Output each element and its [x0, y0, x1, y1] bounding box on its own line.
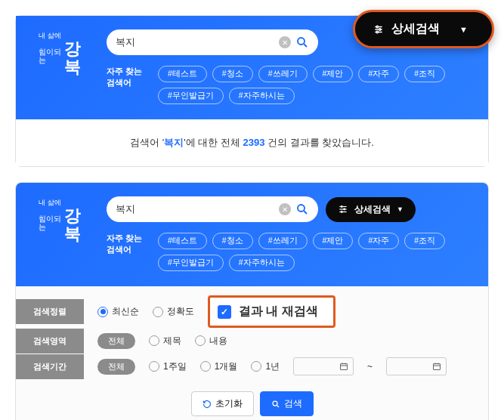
tag-item[interactable]: #청소: [212, 66, 253, 82]
tag-item[interactable]: #쓰레기: [258, 66, 308, 82]
advanced-search-button-2[interactable]: 상세검색 ▼: [326, 197, 416, 222]
advanced-search-callout[interactable]: 상세검색 ▼: [353, 10, 494, 48]
search-box-2: ✕: [107, 196, 318, 222]
tag-list-2: #테스트#청소#쓰레기#제안#자주#조직#무인발급기#자주하시는: [158, 233, 465, 271]
filter-panel: 검색정렬 최신순 정확도 ✓ 결과 내 재검색 검색영역 전체 제목 내용 검색…: [16, 286, 488, 420]
search-button[interactable]: 검색: [260, 391, 314, 416]
search-input[interactable]: [116, 37, 279, 48]
tag-item[interactable]: #조직: [404, 66, 445, 82]
sliders-icon-2: [338, 204, 348, 215]
tag-item[interactable]: #무인발급기: [158, 88, 224, 104]
site-logo-2: 내 삶에 힘이되는강북: [39, 196, 91, 243]
date-from-input[interactable]: [293, 357, 354, 375]
area-label: 검색영역: [16, 329, 84, 354]
search-hero-2: 내 삶에 힘이되는강북 ✕ 상세검색 ▼ 자주 찾는 검색어 #테스트#청소#쓰…: [16, 183, 488, 286]
tag-item[interactable]: #청소: [212, 233, 253, 249]
tag-item[interactable]: #제안: [313, 66, 354, 82]
reset-button[interactable]: 초기화: [191, 391, 254, 416]
svg-line-7: [304, 44, 307, 47]
svg-rect-20: [434, 364, 441, 370]
svg-point-15: [341, 212, 342, 213]
tag-item[interactable]: #테스트: [158, 233, 207, 249]
svg-point-24: [273, 401, 277, 406]
tag-item[interactable]: #조직: [404, 233, 445, 249]
chevron-down-icon: ▼: [459, 25, 468, 34]
area-all-pill[interactable]: 전체: [97, 333, 135, 349]
advanced-search-label: 상세검색: [391, 21, 440, 37]
period-radio-1y[interactable]: 1년: [251, 360, 280, 373]
period-radio-1w[interactable]: 1주일: [149, 360, 187, 373]
svg-line-25: [277, 405, 279, 407]
sort-radio-recent[interactable]: 최신순: [97, 305, 139, 318]
svg-line-9: [304, 211, 307, 214]
svg-point-14: [344, 208, 345, 210]
frequent-label-2: 자주 찾는 검색어: [107, 233, 144, 271]
tag-item[interactable]: #제안: [313, 233, 354, 249]
tag-item[interactable]: #자주: [358, 66, 399, 82]
tag-item[interactable]: #무인발급기: [158, 255, 224, 271]
svg-point-5: [376, 31, 378, 32]
search-icon[interactable]: [295, 36, 309, 49]
tag-item[interactable]: #테스트: [158, 66, 207, 82]
period-label: 검색기간: [16, 354, 84, 379]
site-logo: 내 삶에 힘이되는강북: [39, 29, 91, 76]
sort-radio-accuracy[interactable]: 정확도: [153, 305, 194, 318]
svg-point-4: [379, 28, 381, 29]
tag-item[interactable]: #자주하시는: [229, 88, 295, 104]
tag-item[interactable]: #자주: [358, 233, 399, 249]
period-all-pill[interactable]: 전체: [97, 359, 135, 375]
clear-icon[interactable]: ✕: [279, 36, 291, 48]
frequent-label: 자주 찾는 검색어: [107, 66, 144, 104]
period-radio-1m[interactable]: 1개월: [200, 360, 238, 373]
svg-point-6: [298, 38, 305, 45]
svg-point-13: [341, 206, 342, 208]
area-radio-content[interactable]: 내용: [195, 335, 227, 347]
tag-item[interactable]: #쓰레기: [258, 233, 308, 249]
svg-point-8: [298, 205, 305, 212]
svg-rect-16: [341, 364, 348, 370]
search-icon-2[interactable]: [295, 202, 309, 216]
date-to-input[interactable]: [386, 357, 447, 375]
calendar-icon: [339, 362, 348, 371]
sort-label: 검색정렬: [16, 299, 84, 324]
tag-item[interactable]: #자주하시는: [229, 255, 295, 271]
refine-search-callout[interactable]: ✓ 결과 내 재검색: [208, 295, 335, 328]
result-summary-1: 검색어 '복지'에 대한 전체 2393 건의 결과를 찾았습니다.: [16, 119, 488, 166]
tag-list-1: #테스트#청소#쓰레기#제안#자주#조직#무인발급기#자주하시는: [158, 66, 465, 104]
sliders-icon: [373, 24, 384, 35]
date-tilde: ~: [367, 361, 373, 372]
refresh-icon: [203, 400, 212, 409]
area-radio-title[interactable]: 제목: [149, 335, 181, 347]
search-box: ✕: [107, 29, 318, 55]
check-icon: ✓: [218, 305, 231, 319]
refine-label: 결과 내 재검색: [239, 304, 318, 320]
clear-icon-2[interactable]: ✕: [279, 203, 291, 215]
chevron-down-icon-2: ▼: [397, 205, 404, 213]
search-icon-btn: [271, 400, 280, 409]
svg-point-3: [376, 26, 378, 27]
search-input-2[interactable]: [116, 204, 279, 215]
calendar-icon-2: [432, 362, 441, 371]
